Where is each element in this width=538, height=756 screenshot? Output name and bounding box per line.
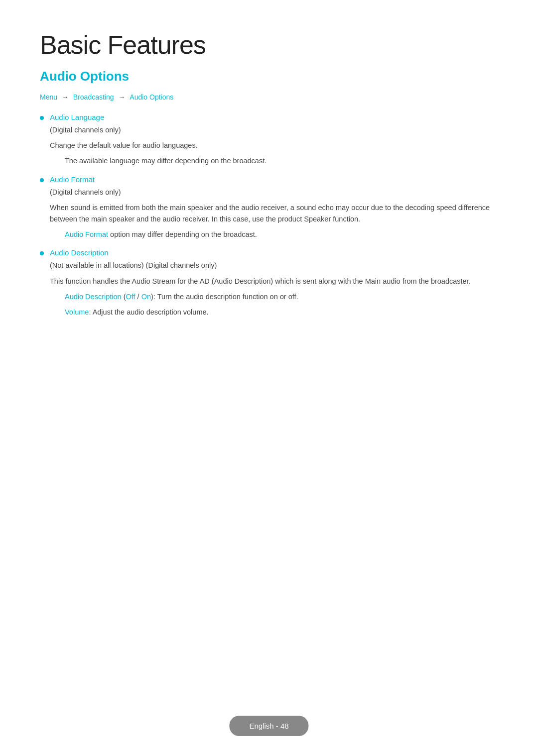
list-item-audio-language: Audio Language (Digital channels only) C… <box>40 113 498 167</box>
audio-format-link[interactable]: Audio Format <box>50 175 95 184</box>
audio-format-sub: (Digital channels only) <box>50 187 498 198</box>
breadcrumb: Menu → Broadcasting → Audio Options <box>40 93 498 101</box>
page-container: Basic Features Audio Options Menu → Broa… <box>0 0 538 366</box>
audio-language-note: The available language may differ depend… <box>65 155 498 167</box>
audio-language-link[interactable]: Audio Language <box>50 113 104 121</box>
breadcrumb-separator-2: → <box>118 93 127 101</box>
list-item-audio-format: Audio Format (Digital channels only) Whe… <box>40 175 498 241</box>
audio-format-inline-link[interactable]: Audio Format <box>65 230 108 238</box>
section-title: Audio Options <box>40 69 498 84</box>
bullet-dot-1 <box>40 116 44 120</box>
audio-description-sub: (Not available in all locations) (Digita… <box>50 260 498 271</box>
page-title: Basic Features <box>40 30 498 60</box>
audio-description-link[interactable]: Audio Description <box>50 248 109 257</box>
list-item-audio-description: Audio Description (Not available in all … <box>40 248 498 318</box>
bullet-label-audio-language: Audio Language <box>40 113 498 121</box>
audio-language-desc: Change the default value for audio langu… <box>50 140 498 151</box>
volume-link[interactable]: Volume <box>65 308 89 316</box>
breadcrumb-audio-options[interactable]: Audio Options <box>130 93 173 101</box>
bullet-label-audio-format: Audio Format <box>40 175 498 184</box>
bullet-dot-3 <box>40 251 44 255</box>
breadcrumb-separator-1: → <box>62 93 71 101</box>
audio-format-content: (Digital channels only) When sound is em… <box>50 187 498 241</box>
off-link[interactable]: Off <box>126 293 135 301</box>
breadcrumb-broadcasting[interactable]: Broadcasting <box>73 93 114 101</box>
audio-language-content: (Digital channels only) Change the defau… <box>50 124 498 167</box>
audio-description-content: (Not available in all locations) (Digita… <box>50 260 498 318</box>
breadcrumb-menu[interactable]: Menu <box>40 93 57 101</box>
audio-description-toggle-note: Audio Description (Off / On): Turn the a… <box>65 291 498 303</box>
audio-format-note: Audio Format option may differ depending… <box>65 229 498 240</box>
footer-page-label: English - 48 <box>229 716 308 736</box>
audio-language-sub: (Digital channels only) <box>50 124 498 136</box>
bullet-dot-2 <box>40 178 44 182</box>
audio-format-desc: When sound is emitted from both the main… <box>50 202 498 225</box>
audio-description-inline-link[interactable]: Audio Description <box>65 293 122 301</box>
audio-description-desc: This function handles the Audio Stream f… <box>50 276 498 287</box>
bullet-label-audio-description: Audio Description <box>40 248 498 257</box>
bullet-list: Audio Language (Digital channels only) C… <box>40 113 498 318</box>
audio-description-volume-note: Volume: Adjust the audio description vol… <box>65 307 498 318</box>
on-link[interactable]: On <box>141 293 151 301</box>
